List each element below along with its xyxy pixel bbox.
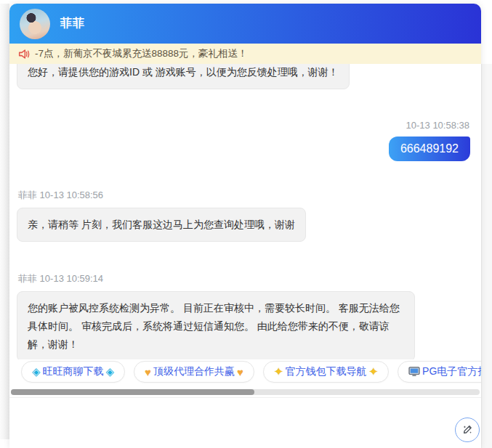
quick-reply-label: PG电子官方指定合作平 — [422, 365, 481, 378]
quick-reply-pg-partner[interactable]: PG电子官方指定合作平 — [398, 361, 481, 383]
announcement-bar: -7点，新葡京不夜城累充送88888元，豪礼相送！ — [9, 44, 481, 64]
agent-message: 菲菲 10-13 10:58:56 亲，请稍等 片刻，我们客服这边马上为您查询处… — [17, 189, 474, 242]
agent-message-label: 菲菲 10-13 10:58:56 — [18, 189, 474, 202]
message-timestamp: 10-13 10:58:38 — [17, 120, 474, 131]
agent-name: 菲菲 — [60, 16, 85, 31]
compose-button[interactable] — [455, 418, 480, 442]
message-list[interactable]: 您好，请提供您的游戏ID 或 游戏账号，以便为您反馈处理哦，谢谢！ 10-13 … — [9, 64, 481, 359]
quick-reply-agent-coop[interactable]: ♥顶级代理合作共赢♥ — [134, 361, 254, 383]
user-message-bubble: 666489192 — [389, 137, 470, 161]
heart-icon: ♥ — [237, 366, 243, 378]
input-area[interactable] — [9, 397, 481, 448]
diamond-icon: ◈ — [32, 365, 41, 378]
user-message: 666489192 — [17, 137, 474, 161]
chat-panel: 菲菲 -7点，新葡京不夜城累充送88888元，豪礼相送！ 您好，请提供您的游戏I… — [9, 4, 481, 448]
diamond-icon: ◈ — [106, 365, 115, 378]
agent-message-bubble: 您好，请提供您的游戏ID 或 游戏账号，以便为您反馈处理哦，谢谢！ — [17, 64, 350, 89]
quick-reply-label: 官方钱包下载导航 — [285, 365, 366, 378]
quick-reply-wallet-nav[interactable]: ✦官方钱包下载导航✦ — [263, 361, 389, 383]
heart-icon: ♥ — [145, 366, 151, 378]
quick-reply-scrollbar — [9, 387, 481, 397]
agent-message-bubble: 亲，请稍等 片刻，我们客服这边马上为您查询处理哦，谢谢 — [17, 208, 306, 242]
chat-window: 菲菲 -7点，新葡京不夜城累充送88888元，豪礼相送！ 您好，请提供您的游戏I… — [0, 0, 492, 448]
chat-header: 菲菲 — [9, 4, 481, 44]
agent-message: 菲菲 10-13 10:59:14 您的账户被风控系统检测为异常。 目前正在审核… — [17, 272, 474, 359]
sparkle-icon: ✦ — [368, 365, 378, 378]
vertical-scrollbar-track[interactable] — [481, 64, 492, 448]
monitor-icon — [408, 367, 420, 377]
scrollbar-thumb[interactable] — [11, 389, 254, 395]
pen-sparkle-icon — [461, 423, 474, 436]
agent-message: 您好，请提供您的游戏ID 或 游戏账号，以便为您反馈处理哦，谢谢！ — [17, 64, 474, 89]
agent-avatar — [20, 9, 50, 39]
speaker-icon — [18, 49, 31, 60]
quick-reply-bar[interactable]: ◈旺旺商聊下载◈ ♥顶级代理合作共赢♥ ✦官方钱包下载导航✦ PG电子官方指定合… — [9, 359, 481, 387]
quick-reply-label: 顶级代理合作共赢 — [153, 365, 235, 378]
page-left-margin — [0, 4, 9, 439]
agent-message-label: 菲菲 10-13 10:59:14 — [18, 272, 474, 285]
scrollbar-track[interactable] — [11, 389, 480, 395]
agent-message-bubble: 您的账户被风控系统检测为异常。 目前正在审核中，需要较长时间。 客服无法给您具体… — [17, 291, 415, 359]
sparkle-icon: ✦ — [274, 365, 283, 378]
quick-reply-label: 旺旺商聊下载 — [43, 365, 104, 378]
quick-reply-wangwang-download[interactable]: ◈旺旺商聊下载◈ — [21, 361, 125, 383]
announcement-text: -7点，新葡京不夜城累充送88888元，豪礼相送！ — [35, 47, 248, 60]
